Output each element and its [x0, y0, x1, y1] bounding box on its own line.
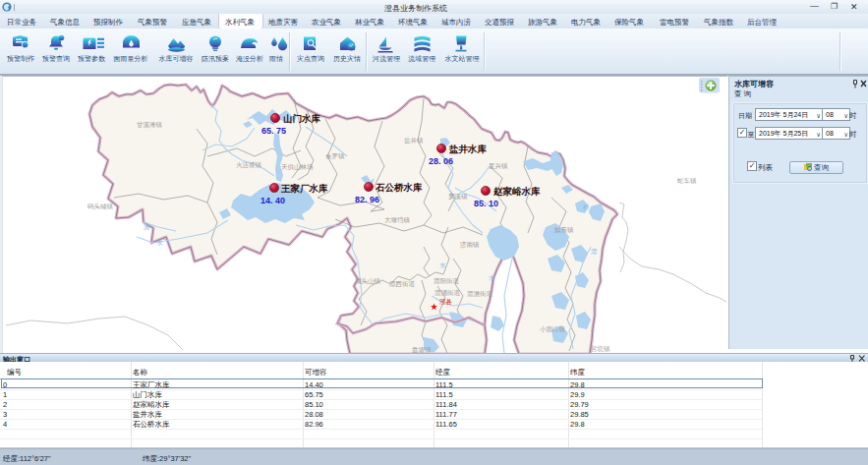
svg-text:盐井镇: 盐井镇: [404, 137, 424, 144]
svg-text:65. 75: 65. 75: [261, 126, 286, 136]
svg-text:复兴镇: 复兴镇: [489, 162, 508, 170]
svg-text:石公桥水库: 石公桥水库: [375, 182, 423, 193]
svg-text:水: 水: [439, 262, 446, 268]
svg-text:澧: 澧: [591, 248, 598, 255]
svg-text:水: 水: [489, 274, 495, 281]
svg-text:火连坡镇: 火连坡镇: [236, 161, 262, 168]
svg-text:水: 水: [156, 239, 163, 246]
svg-text:小渡口镇: 小渡口镇: [540, 325, 566, 333]
svg-text:赵家峪水库: 赵家峪水库: [492, 186, 541, 197]
svg-text:城头山镇: 城头山镇: [355, 277, 381, 285]
svg-text:码头铺镇: 码头铺镇: [87, 203, 114, 210]
svg-text:官垸镇: 官垸镇: [591, 345, 610, 353]
svg-text:甘溪滩镇: 甘溪滩镇: [137, 121, 163, 129]
svg-text:金罗镇: 金罗镇: [325, 152, 345, 160]
svg-text:28. 06: 28. 06: [429, 156, 453, 166]
svg-text:澄县: 澄县: [439, 298, 453, 305]
svg-text:如东镇: 如东镇: [554, 226, 574, 234]
svg-text:澧西街道: 澧西街道: [389, 280, 416, 288]
svg-text:王家厂水库: 王家厂水库: [280, 183, 328, 194]
svg-text:澧浦街道: 澧浦街道: [434, 289, 461, 297]
svg-text:天供山林场: 天供山林场: [281, 163, 314, 171]
svg-text:澧阳街道: 澧阳街道: [434, 277, 460, 285]
svg-text:澹: 澹: [144, 223, 150, 231]
svg-text:松: 松: [583, 203, 590, 210]
svg-text:蛇车镇: 蛇车镇: [677, 177, 697, 184]
svg-text:澧澹街道: 澧澹街道: [467, 290, 493, 298]
svg-text:85. 10: 85. 10: [474, 199, 498, 208]
svg-text:梦溪镇: 梦溪镇: [448, 193, 468, 201]
svg-text:山门水库: 山门水库: [283, 113, 321, 124]
svg-text:14. 40: 14. 40: [260, 196, 285, 205]
svg-text:济南镇: 济南镇: [460, 241, 480, 249]
svg-text:大堰垱镇: 大堰垱镇: [384, 216, 411, 223]
svg-text:82. 96: 82. 96: [355, 195, 379, 204]
svg-text:盐井水库: 盐井水库: [448, 144, 488, 154]
